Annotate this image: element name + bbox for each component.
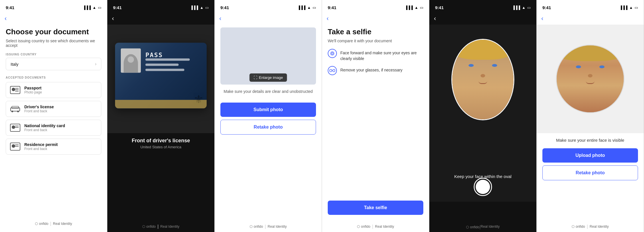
accepted-docs-label: ACCEPTED DOCUMENTS [6, 76, 101, 79]
back-button-5[interactable]: ‹ [429, 13, 440, 25]
wifi-icon-6: ▲ [629, 5, 633, 10]
onfido-footer-3: ⬡ onfido | Real Identity [215, 224, 322, 229]
hair-sim [452, 39, 513, 60]
battery-icon-3: ▭ [313, 5, 316, 10]
onfido-brand-6: onfido [576, 225, 585, 229]
mouth-sim [479, 81, 487, 84]
glasses-instruction-icon [328, 66, 337, 75]
onfido-logo-2: ⬡ onfido [142, 225, 156, 229]
drivers-sub: Front and back [24, 109, 54, 113]
doc-item-residence[interactable]: Residence permit Front and back [6, 139, 101, 155]
screen3-content: ⛶ Enlarge image Make sure your details a… [215, 25, 322, 137]
onfido-brand-4: onfido [361, 225, 370, 229]
onfido-logo-5: ⬡ onfido [466, 225, 479, 230]
capture-btn-inner [476, 180, 490, 194]
status-time-1: 9:41 [6, 5, 14, 10]
phone-4: 9:41 ▐▐▐ ▲ ▭ ‹ Take a selfie We'll compa… [322, 0, 429, 232]
passport-photo [121, 49, 141, 73]
capture-button[interactable] [474, 178, 492, 196]
back-button-2[interactable]: ‹ [107, 13, 118, 25]
retake-photo-button-6[interactable]: Retake photo [542, 165, 638, 180]
onfido-tagline-6: Real Identity [590, 225, 609, 229]
eye-instruction-icon [328, 49, 337, 58]
passport-bottom-strip [115, 100, 207, 109]
selfie-instruction-text-2: Remove your glasses, if necessary [340, 66, 402, 73]
back-button-3[interactable]: ‹ [215, 13, 226, 25]
status-bar-1: 9:41 ▐▐▐ ▲ ▭ [0, 0, 107, 13]
onfido-logo-1: ⬡ onfido [35, 222, 48, 226]
upload-photo-button[interactable]: Upload photo [542, 148, 638, 163]
svg-point-2 [11, 111, 13, 112]
phone-3: 9:41 ▐▐▐ ▲ ▭ ‹ ⛶ Enlarge image Make sure… [215, 0, 322, 232]
face-result-sim [557, 45, 624, 112]
take-selfie-button[interactable]: Take selfie [328, 201, 423, 215]
issuing-country-label: ISSUING COUNTRY [6, 53, 101, 56]
drivers-name: Driver's license [24, 105, 54, 109]
wifi-icon-3: ▲ [307, 5, 311, 10]
left-eye-result [576, 65, 581, 68]
battery-icon-4: ▭ [420, 5, 423, 10]
svg-point-5 [331, 53, 333, 54]
signal-icon-5: ▐▐▐ [512, 5, 520, 10]
back-button-6[interactable]: ‹ [537, 13, 548, 25]
back-button-4[interactable]: ‹ [322, 13, 333, 25]
status-icons-3: ▐▐▐ ▲ ▭ [297, 5, 316, 10]
battery-icon-2: ▭ [205, 5, 209, 10]
onfido-logo-3: ⬡ onfido [250, 225, 263, 229]
wifi-icon-5: ▲ [522, 5, 526, 10]
country-select[interactable]: Italy › [6, 58, 101, 70]
onfido-brand-3: onfido [254, 225, 263, 229]
onfido-icon: ⬡ [35, 222, 38, 226]
back-button-1[interactable]: ‹ [0, 13, 11, 25]
onfido-icon-6: ⬡ [572, 225, 574, 229]
enlarge-button[interactable]: ⛶ Enlarge image [250, 73, 287, 82]
nose-sim [481, 74, 485, 77]
selfie-btn-area: Take selfie [328, 201, 423, 215]
onfido-icon-3: ⬡ [250, 225, 252, 229]
onfido-logo-6: ⬡ onfido [572, 225, 585, 229]
onfido-tagline-5: Real Identity [481, 225, 500, 230]
wifi-icon-4: ▲ [414, 5, 418, 10]
doc-item-passport[interactable]: Passport Photo page [6, 82, 101, 98]
doc-item-drivers[interactable]: Driver's license Front and back [6, 101, 101, 117]
status-bar-3: 9:41 ▐▐▐ ▲ ▭ [215, 0, 322, 13]
eyes-result-sim [576, 65, 605, 68]
page-subtitle-1: Select issuing country to see which docu… [6, 39, 101, 48]
onfido-brand-2: onfido [146, 225, 156, 229]
selfie-title: Take a selfie [328, 27, 423, 36]
onfido-icon-4: ⬡ [357, 225, 360, 229]
onfido-icon-2: ⬡ [142, 225, 145, 229]
screen1-content: Choose your document Select issuing coun… [0, 25, 107, 160]
screen6-btn-area: Upload photo Retake photo [537, 148, 644, 180]
onfido-tagline-4: Real Identity [375, 225, 394, 229]
wifi-icon-2: ▲ [200, 5, 204, 10]
selfie-instruction-1: Face forward and make sure your eyes are… [328, 49, 423, 61]
onfido-logo-4: ⬡ onfido [357, 225, 370, 229]
retake-photo-button[interactable]: Retake photo [220, 120, 316, 135]
status-bar-6: 9:41 ▐▐▐ ▲ ▭ [537, 0, 644, 13]
national-id-sub: Front and back [24, 128, 65, 132]
hair-result-sim [557, 45, 624, 61]
enlarge-label: Enlarge image [259, 75, 283, 80]
passport-sub: Photo page [24, 90, 42, 94]
person-placeholder-icon [124, 54, 138, 73]
phone-6: 9:41 ▐▐▐ ▲ ▭ ‹ Make sure your entire [537, 0, 644, 232]
face-preview [452, 40, 513, 119]
submit-photo-button[interactable]: Submit photo [220, 103, 316, 117]
onfido-tagline: Real Identity [53, 222, 72, 226]
right-eye-sim [492, 64, 497, 67]
svg-point-3 [17, 111, 19, 112]
status-icons-6: ▐▐▐ ▲ ▭ [619, 5, 638, 10]
selfie-camera-area: Keep your face within the oval [429, 25, 536, 202]
screen6-content: Make sure your entire face is visible Up… [537, 25, 644, 180]
status-time-2: 9:41 [113, 5, 122, 10]
passport-text: Passport Photo page [24, 86, 42, 94]
signal-icon-2: ▐▐▐ [190, 5, 198, 10]
drivers-text: Driver's license Front and back [24, 105, 54, 113]
face-oval [451, 39, 514, 120]
signal-icon-6: ▐▐▐ [619, 5, 627, 10]
passport-eagle-icon: ⚜ [193, 93, 204, 106]
national-id-text: National identity card Front and back [24, 123, 65, 132]
doc-item-national-id[interactable]: National identity card Front and back [6, 120, 101, 136]
onfido-tagline-3: Real Identity [268, 225, 287, 229]
